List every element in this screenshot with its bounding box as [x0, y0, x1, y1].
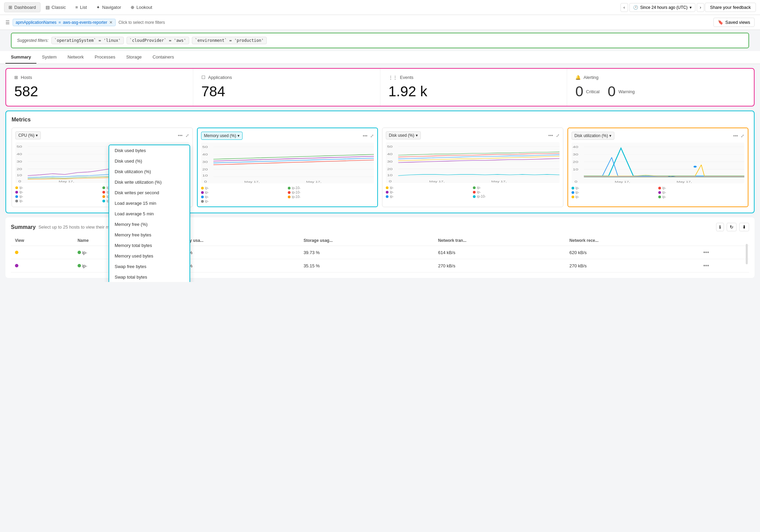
time-prev-button[interactable]: ‹ — [621, 3, 628, 12]
disk-used-more-button[interactable]: ••• — [548, 133, 553, 138]
summary-info-button[interactable]: ℹ — [716, 223, 724, 231]
disk-util-selector[interactable]: Disk utilization (%) ▾ — [572, 132, 615, 140]
share-feedback-button[interactable]: Share your feedback — [705, 3, 756, 12]
row-more-button[interactable]: ••• — [703, 263, 709, 269]
suggested-chip-2[interactable]: `environment` = 'production' — [192, 37, 267, 44]
svg-text:10: 10 — [573, 168, 578, 171]
svg-text:40: 40 — [17, 152, 22, 156]
dropdown-item-disk-used-bytes[interactable]: Disk used bytes — [109, 145, 189, 156]
tab-processes[interactable]: Processes — [89, 51, 121, 64]
sub-tabs: Summary System Network Processes Storage… — [0, 51, 760, 64]
stat-header-alerting: 🔔 Alerting — [575, 75, 746, 80]
navigator-icon: ✦ — [96, 5, 100, 10]
dropdown-item-disk-used-pct[interactable]: Disk used (%) — [109, 156, 189, 166]
cpu-more-button[interactable]: ••• — [178, 133, 183, 138]
nav-tab-dashboard[interactable]: ⊞ Dashboard — [4, 2, 40, 12]
suggested-chip-0[interactable]: `operatingSystem` = 'linux' — [51, 37, 124, 44]
disk-util-chart-actions: ••• ⤢ — [733, 133, 744, 138]
disk-used-chart-area: 50 40 30 20 10 0 — [386, 142, 560, 183]
disk-util-expand-button[interactable]: ⤢ — [741, 133, 744, 138]
memory-more-button[interactable]: ••• — [363, 133, 367, 138]
legend-item: ip- — [15, 195, 102, 198]
svg-text:40: 40 — [202, 153, 208, 156]
legend-item: ip- — [15, 186, 102, 189]
row-rx-col: 270 kB/s — [565, 259, 699, 272]
disk-used-expand-button[interactable]: ⤢ — [556, 133, 560, 138]
row-more-button[interactable]: ••• — [703, 249, 709, 255]
cpu-expand-button[interactable]: ⤢ — [185, 133, 189, 138]
cpu-selector[interactable]: CPU (%) ▾ — [15, 131, 41, 139]
events-icon: ⋮⋮ — [389, 75, 397, 80]
svg-text:May 17,: May 17, — [244, 180, 260, 183]
stat-card-alerting: 🔔 Alerting 0 Critical 0 Warning — [567, 69, 754, 106]
tab-system[interactable]: System — [36, 51, 62, 64]
classic-icon: ▤ — [46, 5, 50, 10]
disk-used-chart-header: Disk used (%) ▾ ••• ⤢ — [386, 131, 560, 139]
nav-tab-classic[interactable]: ▤ Classic — [41, 2, 70, 12]
dropdown-item-load-avg-5[interactable]: Load average 5 min — [109, 209, 189, 219]
metric-selector-dropdown[interactable]: Disk used bytes Disk used (%) Disk utili… — [109, 145, 190, 282]
dropdown-item-swap-free-bytes[interactable]: Swap free bytes — [109, 261, 189, 272]
memory-expand-button[interactable]: ⤢ — [370, 133, 374, 138]
disk-util-more-button[interactable]: ••• — [733, 133, 738, 138]
suggested-chip-1[interactable]: `cloudProvider` = 'aws' — [127, 37, 189, 44]
svg-text:10: 10 — [17, 173, 22, 177]
memory-chart-card: Memory used (%) ▾ ••• ⤢ 50 40 30 20 10 — [197, 128, 378, 207]
memory-selector[interactable]: Memory used (%) ▾ — [201, 132, 243, 140]
view-status-indicator — [15, 251, 18, 254]
dropdown-item-memory-free-pct[interactable]: Memory free (%) — [109, 219, 189, 230]
tab-storage[interactable]: Storage — [121, 51, 147, 64]
svg-point-54 — [693, 166, 696, 167]
saved-views-button[interactable]: 🔖 Saved views — [713, 18, 755, 27]
nav-tab-navigator[interactable]: ✦ Navigator — [92, 2, 126, 12]
row-view-col — [11, 259, 73, 272]
filter-more-text[interactable]: Click to select more filters — [118, 20, 165, 25]
stat-card-events: ⋮⋮ Events 1.92 k — [380, 69, 567, 106]
applications-icon: ☐ — [201, 75, 205, 80]
dropdown-item-memory-total-bytes[interactable]: Memory total bytes — [109, 240, 189, 251]
tab-network[interactable]: Network — [62, 51, 89, 64]
svg-text:May 17,: May 17, — [676, 180, 692, 183]
nav-tab-list[interactable]: ≡ List — [71, 2, 92, 12]
alerting-icon: 🔔 — [575, 75, 581, 80]
dropdown-item-memory-used-bytes[interactable]: Memory used bytes — [109, 251, 189, 261]
time-next-button[interactable]: › — [697, 3, 704, 12]
stat-header-events: ⋮⋮ Events — [389, 75, 559, 80]
stat-card-applications: ☐ Applications 784 — [193, 69, 380, 106]
time-navigation: ‹ 🕐 Since 24 hours ago (UTC) ▾ › — [621, 3, 704, 12]
filter-bar: ☰ apmApplicationNames = aws-asg-events-r… — [0, 15, 760, 30]
disk-used-chart-card: Disk used (%) ▾ ••• ⤢ 50 40 30 20 10 — [382, 128, 563, 207]
filter-operator: = — [59, 20, 61, 25]
warning-count: 0 — [608, 83, 615, 100]
scrollbar[interactable] — [746, 244, 748, 264]
tab-summary[interactable]: Summary — [5, 51, 36, 64]
svg-text:0: 0 — [389, 180, 392, 183]
summary-refresh-button[interactable]: ↻ — [727, 223, 737, 231]
filter-value: aws-asg-events-reporter — [63, 20, 107, 25]
nav-tab-lookout[interactable]: ⊕ Lookout — [126, 2, 156, 12]
applications-value: 784 — [201, 83, 372, 100]
dropdown-item-memory-free-bytes[interactable]: Memory free bytes — [109, 230, 189, 240]
summary-download-button[interactable]: ⬇ — [739, 223, 749, 231]
tab-containers[interactable]: Containers — [147, 51, 180, 64]
dropdown-item-disk-writes-per-sec[interactable]: Disk writes per second — [109, 187, 189, 198]
disk-used-selector[interactable]: Disk used (%) ▾ — [386, 131, 421, 139]
charts-grid: CPU (%) ▾ ••• ⤢ 50 40 30 20 1 — [12, 128, 748, 207]
dropdown-item-disk-util-pct[interactable]: Disk utilization (%) — [109, 166, 189, 177]
svg-text:12:00am: 12:00am — [59, 183, 76, 183]
svg-text:50: 50 — [387, 145, 393, 148]
row-storage-col: 39.73 % — [299, 246, 434, 259]
col-network-rx: Network rece... — [565, 235, 699, 246]
dropdown-item-load-avg-15[interactable]: Load average 15 min — [109, 198, 189, 209]
dropdown-item-swap-total-bytes[interactable]: Swap total bytes — [109, 272, 189, 282]
active-filter-chip[interactable]: apmApplicationNames = aws-asg-events-rep… — [13, 19, 116, 26]
lookout-icon: ⊕ — [131, 5, 134, 10]
warning-label: Warning — [618, 89, 635, 94]
hosts-icon: ⊞ — [14, 75, 18, 80]
svg-text:0: 0 — [575, 180, 577, 183]
time-picker-button[interactable]: 🕐 Since 24 hours ago (UTC) ▾ — [629, 3, 695, 12]
dropdown-item-disk-write-util[interactable]: Disk write utilization (%) — [109, 177, 189, 187]
disk-used-chart-legend: ip- ip- ip- ip- ip- ip-10- — [386, 186, 560, 198]
svg-text:30: 30 — [17, 160, 22, 163]
filter-remove-button[interactable]: ✕ — [109, 20, 113, 25]
